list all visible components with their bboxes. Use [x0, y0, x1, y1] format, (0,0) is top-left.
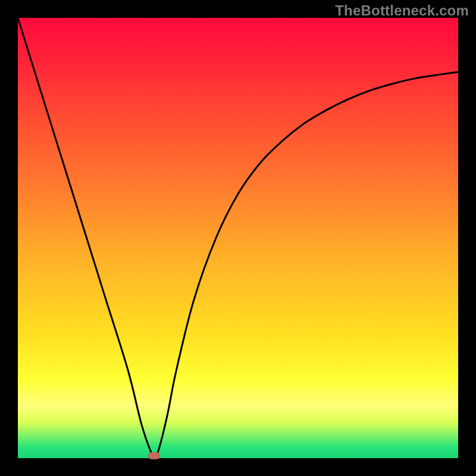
plot-area — [18, 18, 458, 458]
watermark-label: TheBottleneck.com — [335, 2, 469, 19]
curve-path — [18, 18, 458, 456]
bottleneck-curve — [18, 18, 458, 458]
optimal-point-marker — [148, 452, 160, 459]
chart-frame: TheBottleneck.com — [0, 0, 476, 476]
